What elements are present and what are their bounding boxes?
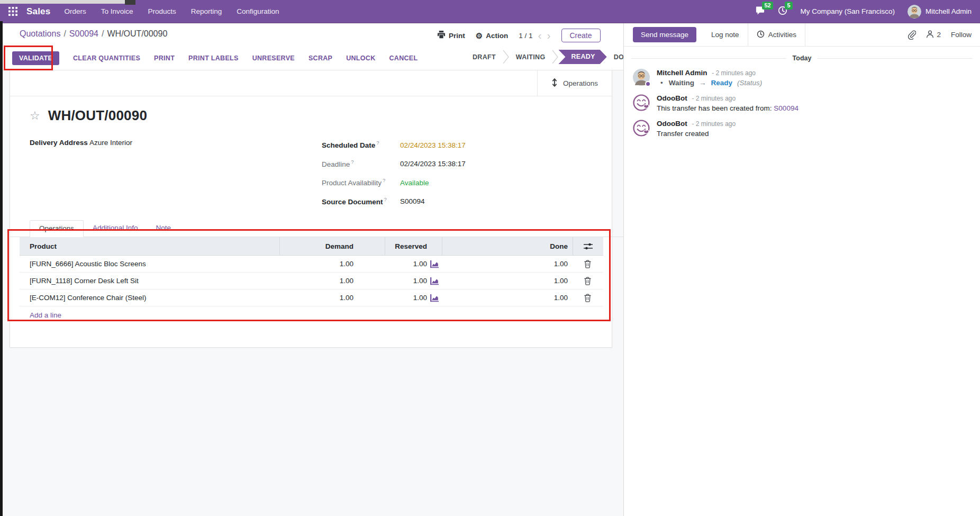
- paperclip-icon[interactable]: [907, 30, 916, 40]
- tab-note[interactable]: Note: [147, 220, 180, 237]
- field-label: Delivery Address: [30, 138, 89, 148]
- scrap-button[interactable]: SCRAP: [308, 55, 332, 62]
- message-author[interactable]: OdooBot: [657, 94, 687, 102]
- avatar[interactable]: [633, 69, 650, 86]
- add-a-line-link[interactable]: Add a line: [20, 306, 603, 323]
- nav-menu-products[interactable]: Products: [148, 7, 176, 15]
- message-author[interactable]: Mitchell Admin: [657, 69, 707, 77]
- cancel-button[interactable]: CANCEL: [389, 55, 418, 62]
- message-time: - 2 minutes ago: [692, 95, 736, 102]
- breadcrumb-quotations[interactable]: Quotations: [20, 29, 60, 38]
- message-time: - 2 minutes ago: [692, 120, 736, 128]
- arrow-right-icon: →: [699, 79, 706, 87]
- pager-next-icon[interactable]: ›: [547, 31, 551, 40]
- nav-menu-to-invoice[interactable]: To Invoice: [101, 7, 133, 15]
- cell-done[interactable]: 1.00: [442, 294, 573, 302]
- delete-row-icon[interactable]: [573, 277, 603, 285]
- operations-smart-button[interactable]: Operations: [537, 70, 612, 96]
- column-header-reserved[interactable]: Reserved: [385, 237, 442, 255]
- column-header-done[interactable]: Done: [442, 237, 573, 255]
- pager-previous-icon[interactable]: ‹: [538, 31, 542, 40]
- message-body: This transfer has been created from: S00…: [657, 104, 798, 112]
- field-label: Scheduled Date?: [322, 138, 400, 150]
- screen-edge-artifact: [0, 0, 126, 4]
- nav-menus: Orders To Invoice Products Reporting Con…: [64, 7, 279, 15]
- cell-reserved[interactable]: 1.00: [413, 277, 427, 285]
- field-deadline: Deadline? 02/24/2023 15:38:17: [322, 157, 612, 169]
- column-header-demand[interactable]: Demand: [279, 237, 385, 255]
- cell-product[interactable]: [FURN_1118] Corner Desk Left Sit: [20, 277, 279, 285]
- optional-columns-icon[interactable]: [573, 237, 603, 255]
- status-waiting[interactable]: WAITING: [509, 53, 552, 61]
- cell-product[interactable]: [E-COM12] Conference Chair (Steel): [20, 294, 279, 302]
- follow-button[interactable]: Follow: [951, 31, 972, 39]
- cell-product[interactable]: [FURN_6666] Acoustic Bloc Screens: [20, 260, 279, 268]
- tab-operations[interactable]: Operations: [30, 220, 84, 237]
- odoobot-avatar[interactable]: [633, 120, 650, 137]
- main-area: Quotations/S00094/WH/OUT/00090 Print ⚙ A…: [0, 23, 623, 516]
- app-name[interactable]: Sales: [26, 6, 50, 17]
- forecast-chart-icon[interactable]: [430, 260, 439, 268]
- field-value[interactable]: S00094: [400, 197, 425, 206]
- screen-edge-artifact: [125, 0, 135, 5]
- odoobot-avatar[interactable]: [633, 94, 650, 111]
- print-head-button[interactable]: PRINT: [154, 55, 175, 62]
- source-document-link[interactable]: S00094: [774, 104, 798, 112]
- breadcrumb: Quotations/S00094/WH/OUT/00090: [20, 29, 167, 39]
- user-menu[interactable]: Mitchell Admin: [908, 5, 972, 19]
- followers-button[interactable]: 2: [926, 30, 941, 40]
- clear-quantities-button[interactable]: CLEAR QUANTITIES: [73, 55, 140, 62]
- status-draft[interactable]: DRAFT: [466, 53, 503, 61]
- activities-badge: 5: [785, 2, 792, 10]
- forecast-chart-icon[interactable]: [430, 277, 439, 285]
- cell-reserved[interactable]: 1.00: [413, 294, 427, 302]
- status-ready-active[interactable]: READY: [558, 50, 606, 64]
- field-scheduled-date: Scheduled Date? 02/24/2023 15:38:17: [322, 138, 612, 150]
- forecast-chart-icon[interactable]: [430, 294, 439, 302]
- breadcrumb-s00094[interactable]: S00094: [69, 29, 98, 38]
- column-header-product[interactable]: Product: [20, 242, 279, 250]
- tracking-change: •Waiting→Ready(Status): [657, 79, 762, 87]
- company-switcher[interactable]: My Company (San Francisco): [800, 7, 895, 15]
- send-message-button[interactable]: Send message: [633, 27, 696, 42]
- field-value[interactable]: Azure Interior: [89, 138, 132, 148]
- cell-done[interactable]: 1.00: [442, 277, 573, 285]
- cell-done[interactable]: 1.00: [442, 260, 573, 268]
- table-row[interactable]: [FURN_6666] Acoustic Bloc Screens 1.00 1…: [20, 256, 603, 273]
- table-row[interactable]: [FURN_1118] Corner Desk Left Sit 1.00 1.…: [20, 273, 603, 289]
- unreserve-button[interactable]: UNRESERVE: [252, 55, 295, 62]
- chatter-topbar: Send message Log note Activities 2 F: [624, 23, 980, 47]
- messages-menu[interactable]: 52: [755, 6, 765, 17]
- chevron-right-icon: [552, 50, 558, 64]
- user-avatar: [908, 5, 921, 19]
- nav-menu-orders[interactable]: Orders: [64, 7, 86, 15]
- tab-additional-info[interactable]: Additional Info: [84, 220, 147, 237]
- delete-row-icon[interactable]: [573, 260, 603, 268]
- nav-menu-configuration[interactable]: Configuration: [237, 7, 279, 15]
- cell-reserved[interactable]: 1.00: [413, 260, 427, 268]
- unlock-button[interactable]: UNLOCK: [346, 55, 375, 62]
- person-icon: [926, 30, 934, 40]
- activities-button[interactable]: Activities: [748, 23, 805, 46]
- delete-row-icon[interactable]: [573, 294, 603, 302]
- favorite-star-icon[interactable]: ☆: [30, 110, 40, 122]
- nav-menu-reporting[interactable]: Reporting: [191, 7, 222, 15]
- action-button[interactable]: ⚙ Action: [476, 32, 508, 40]
- cell-demand[interactable]: 1.00: [279, 277, 385, 285]
- message-author[interactable]: OdooBot: [657, 120, 687, 128]
- cell-demand[interactable]: 1.00: [279, 294, 385, 302]
- help-marker: ?: [351, 159, 353, 165]
- field-value[interactable]: 02/24/2023 15:38:17: [400, 141, 466, 150]
- cell-demand[interactable]: 1.00: [279, 260, 385, 268]
- window-edge-strip: [0, 21, 3, 516]
- print-labels-button[interactable]: PRINT LABELS: [188, 55, 239, 62]
- create-button[interactable]: Create: [561, 29, 601, 42]
- field-delivery-address: Delivery Address Azure Interior: [30, 138, 302, 148]
- log-note-button[interactable]: Log note: [703, 23, 748, 46]
- pager: 1 / 1 ‹ ›: [519, 31, 550, 40]
- table-row[interactable]: [E-COM12] Conference Chair (Steel) 1.00 …: [20, 289, 603, 306]
- activities-menu[interactable]: 5: [778, 6, 787, 17]
- validate-button[interactable]: VALIDATE: [12, 51, 59, 65]
- apps-grid-icon[interactable]: [8, 7, 18, 16]
- print-button[interactable]: Print: [437, 31, 465, 40]
